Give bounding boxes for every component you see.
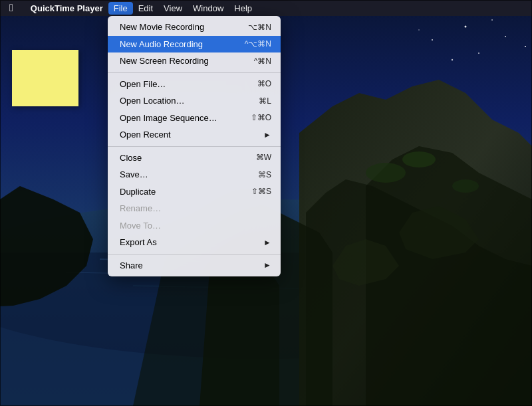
svg-point-7 — [525, 46, 526, 47]
menu-item-label: Move To… — [120, 219, 258, 233]
svg-point-5 — [491, 19, 493, 21]
menu-item-label: New Screen Recording — [120, 54, 241, 68]
menu-separator-2 — [108, 146, 281, 147]
svg-point-2 — [465, 26, 467, 28]
menu-item-open-location[interactable]: Open Location… ⌘L — [108, 92, 281, 110]
menu-item-shortcut: ► — [263, 259, 271, 271]
menu-item-label: Open Image Sequence… — [120, 112, 237, 125]
menu-item-label: New Audio Recording — [120, 38, 231, 51]
menu-item-export-as[interactable]: Export As ► — [108, 234, 281, 251]
menu-separator-3 — [108, 254, 281, 254]
menu-item-move-to: Move To… — [108, 217, 281, 235]
menubar-edit[interactable]: Edit — [133, 2, 158, 15]
menu-item-label: Export As — [120, 236, 250, 249]
menu-item-label: Save… — [120, 168, 245, 181]
menu-item-label: Open File… — [120, 78, 244, 91]
svg-point-3 — [478, 52, 479, 54]
menu-item-shortcut: ^⌘N — [254, 55, 271, 67]
menu-item-shortcut: ⌘L — [259, 95, 271, 107]
menu-item-rename: Rename… — [108, 200, 281, 217]
menu-item-open-image-sequence[interactable]: Open Image Sequence… ⇧⌘O — [108, 110, 281, 127]
menubar-view[interactable]: View — [158, 2, 188, 15]
apple-menu-button[interactable]:  — [5, 2, 17, 14]
menu-item-shortcut: ⌘S — [258, 169, 271, 181]
menu-item-open-recent[interactable]: Open Recent ► — [108, 126, 281, 144]
svg-point-20 — [402, 152, 436, 167]
menu-item-label: Duplicate — [120, 185, 238, 199]
menubar-file[interactable]: File — [108, 2, 133, 15]
menu-item-new-movie-recording[interactable]: New Movie Recording ⌥⌘N — [108, 19, 281, 36]
menu-item-label: Share — [120, 259, 250, 272]
svg-point-6 — [452, 59, 453, 60]
menu-item-open-file[interactable]: Open File… ⌘O — [108, 76, 281, 93]
menubar:  QuickTime Player File Edit View Window… — [0, 0, 532, 16]
menu-item-shortcut: ^⌥⌘N — [245, 38, 271, 50]
sticky-note — [12, 50, 78, 106]
menu-item-shortcut: ► — [263, 129, 271, 141]
menu-item-shortcut: ► — [263, 237, 271, 249]
menu-item-label: Open Location… — [120, 94, 245, 108]
svg-point-4 — [505, 36, 506, 37]
menu-item-new-screen-recording[interactable]: New Screen Recording ^⌘N — [108, 52, 281, 70]
menu-item-duplicate[interactable]: Duplicate ⇧⌘S — [108, 183, 281, 201]
menu-item-label: Close — [120, 152, 243, 165]
menu-separator-1 — [108, 72, 281, 73]
menu-item-close[interactable]: Close ⌘W — [108, 150, 281, 167]
menu-item-save[interactable]: Save… ⌘S — [108, 166, 281, 183]
menu-item-label: Open Recent — [120, 128, 250, 142]
svg-point-8 — [418, 29, 420, 31]
menu-item-shortcut: ⌥⌘N — [248, 21, 271, 33]
menubar-app-name[interactable]: QuickTime Player — [25, 2, 108, 15]
menu-item-shortcut: ⇧⌘O — [251, 112, 271, 124]
menu-item-shortcut: ⌘O — [257, 78, 271, 90]
menu-item-label: Rename… — [120, 202, 258, 215]
svg-point-1 — [432, 39, 433, 41]
menubar-help[interactable]: Help — [229, 2, 257, 15]
menubar-window[interactable]: Window — [188, 2, 229, 15]
menu-item-label: New Movie Recording — [120, 21, 235, 34]
menu-item-new-audio-recording[interactable]: New Audio Recording ^⌥⌘N — [108, 36, 281, 53]
menu-item-shortcut: ⇧⌘S — [251, 185, 271, 197]
file-dropdown-menu: New Movie Recording ⌥⌘N New Audio Record… — [108, 16, 281, 276]
menu-item-shortcut: ⌘W — [256, 152, 271, 163]
menu-item-share[interactable]: Share ► — [108, 257, 281, 274]
svg-point-21 — [452, 179, 479, 193]
svg-point-19 — [366, 163, 406, 183]
